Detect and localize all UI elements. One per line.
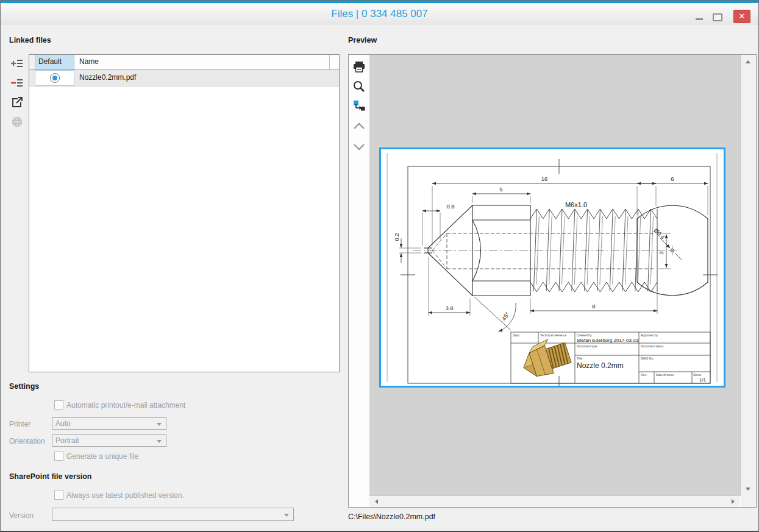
open-web-button[interactable] [10, 115, 24, 129]
magnifier-icon [352, 79, 366, 94]
horizontal-scrollbar[interactable] [369, 495, 740, 507]
files-dialog: Files | 0 334 485 007 ✕ Linked files [0, 0, 759, 532]
settings-header: Settings [9, 382, 39, 391]
scrollbar-corner [741, 496, 756, 507]
orientation-value: Portrait [55, 436, 79, 445]
open-external-icon [10, 96, 24, 109]
vertical-scrollbar[interactable] [740, 55, 756, 496]
linked-files-table: Default Name Nozzle0.2mm.pdf [29, 54, 340, 372]
remove-file-icon [10, 76, 24, 90]
chevron-down-icon [352, 139, 366, 154]
tb-rev: Rev. [641, 373, 647, 377]
tb-doc-status: Document status [641, 344, 664, 348]
version-select[interactable] [52, 508, 294, 521]
default-radio[interactable] [50, 73, 60, 83]
orientation-select[interactable]: Portrait [52, 434, 166, 447]
chevron-down-icon [284, 514, 289, 517]
chevron-down-icon [157, 440, 162, 443]
titlebar-accent-strip [1, 1, 758, 3]
latest-version-label: Always use latest published version. [66, 491, 184, 500]
column-header-default[interactable]: Default [35, 55, 74, 69]
dim-overall: 16 [541, 176, 548, 182]
orientation-label: Orientation [9, 437, 45, 445]
row-gutter [29, 70, 35, 86]
scroll-down-arrow-icon[interactable] [746, 488, 750, 491]
tb-dwg-no: DWG No. [641, 356, 654, 360]
preview-header: Preview [348, 36, 377, 44]
minimize-button[interactable] [696, 18, 703, 20]
nozzle-3d-render [518, 335, 573, 381]
dim-cylinder: 5 [499, 186, 502, 193]
tb-dept: Dept. [513, 333, 520, 337]
dim-bore: 3 [658, 251, 665, 254]
chevron-down-icon [157, 423, 162, 426]
maximize-button[interactable] [713, 13, 722, 21]
printer-select[interactable]: Auto [52, 417, 166, 430]
linked-files-header: Linked files [9, 36, 51, 44]
dim-orifice-dia: Ø0.4 [652, 227, 666, 240]
auto-print-checkbox[interactable] [54, 400, 63, 410]
latest-version-checkbox[interactable] [54, 491, 63, 500]
tb-date-of-issue: Date of issue [656, 373, 674, 377]
globe-icon [10, 115, 24, 129]
add-file-icon [10, 57, 24, 70]
open-external-button[interactable] [10, 96, 24, 109]
preview-file-path: C:\Files\Nozzle0.2mm.pdf [348, 512, 435, 521]
page-down-button[interactable] [352, 139, 366, 154]
printer-label: Printer [9, 420, 30, 428]
tb-created-by-value: Stefan Ederborg 2017-03-23 [577, 338, 639, 343]
preview-toolbar [349, 55, 370, 507]
tb-sheet-value: 1/1 [699, 377, 707, 383]
tb-title-value: Nozzle 0.2mm [577, 361, 624, 370]
preview-viewport: 16 5 0.8 0.2 3.8 45° 8 3 6 Ø0.4 M6x1.0 [369, 55, 740, 496]
dim-angle: 45° [501, 311, 511, 322]
zoom-button[interactable] [352, 79, 366, 94]
version-label: Version [9, 511, 34, 520]
table-header-spacer [330, 55, 339, 69]
tb-doc-type: Document type [577, 344, 597, 348]
file-name-cell[interactable]: Nozzle0.2mm.pdf [74, 70, 339, 86]
window-title: Files | 0 334 485 007 [1, 8, 758, 20]
sharepoint-header: SharePoint file version [9, 472, 91, 481]
chevron-up-icon [352, 119, 366, 134]
preview-panel: 16 5 0.8 0.2 3.8 45° 8 3 6 Ø0.4 M6x1.0 [348, 54, 757, 508]
page-up-button[interactable] [352, 119, 366, 134]
technical-drawing: 16 5 0.8 0.2 3.8 45° 8 3 6 Ø0.4 M6x1.0 [381, 149, 724, 386]
scroll-left-arrow-icon[interactable] [375, 499, 378, 504]
add-file-button[interactable] [10, 57, 24, 70]
tb-tech-ref: Technical reference [540, 333, 567, 337]
tb-title-label: Title [577, 356, 582, 360]
radio-selected-dot [52, 76, 57, 80]
dim-tip: 0.8 [446, 203, 454, 210]
fit-to-window-icon [352, 99, 366, 113]
dim-thread-length: 8 [592, 303, 595, 310]
unique-file-label: Generate a unique file [66, 452, 138, 461]
close-button[interactable]: ✕ [733, 10, 750, 23]
thread-spec: M6x1.0 [565, 201, 587, 208]
dim-cone: 3.8 [445, 305, 453, 311]
dim-end-width: 6 [671, 176, 674, 182]
pdf-page: 16 5 0.8 0.2 3.8 45° 8 3 6 Ø0.4 M6x1.0 [379, 147, 725, 388]
scroll-up-arrow-icon[interactable] [746, 60, 750, 63]
table-row[interactable]: Nozzle0.2mm.pdf [29, 70, 339, 87]
printer-value: Auto [55, 419, 71, 428]
scroll-right-arrow-icon[interactable] [732, 499, 735, 504]
auto-print-label: Automatic printout/e-mail attachment [66, 401, 185, 410]
tb-approved-by: Approved by [641, 333, 658, 337]
table-header-gutter [29, 55, 35, 69]
tb-sheet-label: Sheet [693, 373, 702, 377]
print-icon [352, 60, 366, 74]
print-button[interactable] [352, 60, 366, 74]
default-radio-cell[interactable] [35, 70, 74, 86]
table-header-row: Default Name [29, 55, 339, 70]
column-header-name[interactable]: Name [74, 55, 330, 69]
window-titlebar: Files | 0 334 485 007 ✕ [1, 1, 758, 25]
fit-to-window-button[interactable] [352, 99, 366, 113]
remove-file-button[interactable] [10, 76, 24, 90]
unique-file-checkbox[interactable] [54, 452, 63, 461]
tb-created-by: Created by [577, 333, 592, 337]
dim-orifice-height: 0.2 [393, 233, 400, 241]
